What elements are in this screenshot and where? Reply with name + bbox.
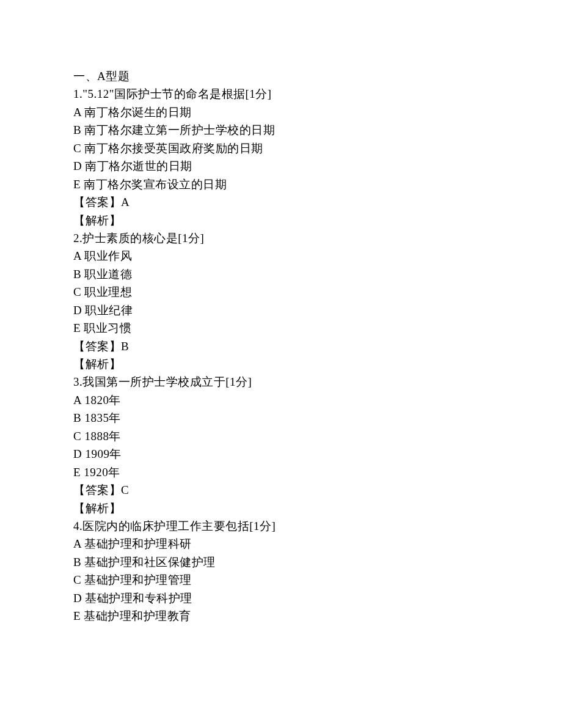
question-option: A 职业作风 [73, 247, 562, 265]
question-option: E 基础护理和护理教育 [73, 607, 562, 625]
question-option: C 南丁格尔接受英国政府奖励的日期 [73, 139, 562, 157]
question-answer: 【答案】B [73, 337, 562, 355]
question-option: E 1920年 [73, 463, 562, 481]
question-option: E 南丁格尔奖宣布设立的日期 [73, 175, 562, 193]
question-stem: 3.我国第一所护士学校成立于[1分] [73, 373, 562, 391]
question-analysis: 【解析】 [73, 499, 562, 517]
question-option: B 南丁格尔建立第一所护士学校的日期 [73, 121, 562, 139]
question-option: C 1888年 [73, 427, 562, 445]
question-option: A 1820年 [73, 391, 562, 409]
question-stem: 1."5.12"国际护士节的命名是根据[1分] [73, 85, 562, 103]
question-option: E 职业习惯 [73, 319, 562, 337]
question-stem: 2.护士素质的核心是[1分] [73, 229, 562, 247]
question-option: B 职业道德 [73, 265, 562, 283]
question-answer: 【答案】A [73, 193, 562, 211]
question-option: C 职业理想 [73, 283, 562, 301]
question-option: C 基础护理和护理管理 [73, 571, 562, 589]
question-option: D 职业纪律 [73, 301, 562, 319]
question-analysis: 【解析】 [73, 211, 562, 229]
section-header: 一、A型题 [73, 67, 562, 85]
question-option: B 1835年 [73, 409, 562, 427]
question-answer: 【答案】C [73, 481, 562, 499]
question-option: A 南丁格尔诞生的日期 [73, 103, 562, 121]
question-stem: 4.医院内的临床护理工作主要包括[1分] [73, 517, 562, 535]
question-option: B 基础护理和社区保健护理 [73, 553, 562, 571]
question-analysis: 【解析】 [73, 355, 562, 373]
question-option: A 基础护理和护理科研 [73, 535, 562, 553]
question-option: D 南丁格尔逝世的日期 [73, 157, 562, 175]
question-option: D 1909年 [73, 445, 562, 463]
question-option: D 基础护理和专科护理 [73, 589, 562, 607]
page-content: 一、A型题 1."5.12"国际护士节的命名是根据[1分] A 南丁格尔诞生的日… [0, 0, 562, 625]
